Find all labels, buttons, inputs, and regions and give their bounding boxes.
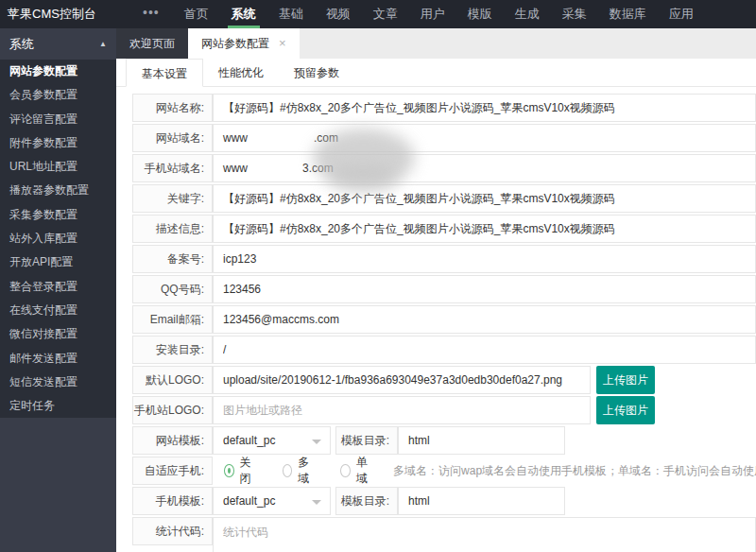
site-template-select[interactable]: default_pc — [213, 426, 331, 455]
adaptive-help-text: 多域名：访问wap域名会自动使用手机模板；单域名：手机访问会自动使用手机模板； — [393, 457, 756, 485]
default-logo-label: 默认LOGO: — [132, 366, 213, 394]
tab-site-config-label: 网站参数配置 — [201, 28, 269, 59]
subtab-basic-settings[interactable]: 基本设置 — [126, 59, 203, 87]
sidebar-item-external-store-config[interactable]: 站外入库配置 — [0, 227, 116, 250]
sidebar-item-attachment-config[interactable]: 附件参数配置 — [0, 131, 116, 155]
site-name-label: 网站名称: — [132, 94, 213, 122]
main-content: 基本设置 性能优化 预留参数 网站名称: 网站域名: www .com 手机站域… — [116, 59, 756, 552]
sidebar-item-collect-config[interactable]: 采集参数配置 — [0, 203, 116, 227]
radio-off-label: 关闭 — [240, 455, 256, 487]
wap-template-dir-input[interactable] — [398, 487, 565, 515]
wap-domain-suffix: 3.com — [302, 155, 334, 181]
qq-label: QQ号码: — [132, 275, 213, 303]
radio-option-multi-domain[interactable]: 多域 — [283, 455, 315, 487]
form-row-wap-template: 手机模板: default_pc 模板目录: — [132, 487, 756, 515]
radio-option-off[interactable]: 关闭 — [224, 455, 256, 487]
site-name-input[interactable] — [213, 94, 756, 122]
install-dir-input[interactable] — [213, 336, 756, 364]
site-template-dir-label: 模板目录: — [335, 426, 398, 455]
page-tabbar: 欢迎页面 网站参数配置 × — [116, 28, 756, 59]
keywords-label: 关键字: — [132, 184, 213, 213]
adaptive-mobile-label: 自适应手机: — [132, 457, 213, 485]
form-row-email: Email邮箱: — [132, 305, 756, 334]
sidebar-item-wechat-config[interactable]: 微信对接配置 — [0, 322, 116, 346]
default-logo-input[interactable] — [213, 366, 591, 394]
sidebar-item-oauth-config[interactable]: 整合登录配置 — [0, 275, 116, 299]
nav-item-user[interactable]: 用户 — [409, 0, 456, 28]
nav-item-collect[interactable]: 采集 — [551, 0, 598, 28]
sidebar-item-player-config[interactable]: 播放器参数配置 — [0, 179, 116, 202]
wap-logo-input[interactable] — [213, 396, 591, 424]
nav-item-template[interactable]: 模版 — [456, 0, 504, 28]
upload-logo-button[interactable]: 上传图片 — [596, 366, 655, 394]
stats-code-textarea[interactable] — [213, 517, 756, 552]
tab-welcome[interactable]: 欢迎页面 — [116, 28, 188, 59]
chevron-down-icon — [312, 500, 321, 505]
form-row-qq: QQ号码: — [132, 275, 756, 303]
sidebar-item-sms-config[interactable]: 短信发送配置 — [0, 371, 116, 394]
site-domain-prefix: www — [223, 125, 248, 151]
subtab-performance[interactable]: 性能优化 — [203, 59, 279, 86]
topbar: 苹果CMS控制台 ••• 首页 系统 基础 视频 文章 用户 模版 生成 采集 … — [0, 0, 756, 28]
wap-logo-label: 手机站LOGO: — [132, 396, 213, 424]
site-domain-suffix: .com — [314, 125, 338, 151]
wap-domain-input[interactable]: www 3.com — [213, 154, 756, 182]
form-row-install-dir: 安装目录: — [132, 336, 756, 364]
form-row-site-domain: 网站域名: www .com — [132, 124, 756, 152]
site-domain-label: 网站域名: — [132, 124, 213, 152]
site-template-dir-input[interactable] — [398, 426, 565, 455]
icp-input[interactable] — [213, 245, 756, 273]
chevron-down-icon — [312, 440, 321, 444]
description-input[interactable] — [213, 215, 756, 243]
description-label: 描述信息: — [132, 215, 213, 243]
site-template-value: default_pc — [223, 434, 275, 447]
wap-template-label: 手机模板: — [132, 487, 213, 515]
nav-item-home[interactable]: 首页 — [173, 0, 220, 28]
nav-item-database[interactable]: 数据库 — [598, 0, 658, 28]
icp-label: 备案号: — [132, 245, 213, 273]
nav-item-system[interactable]: 系统 — [220, 0, 267, 28]
radio-single-label: 单域 — [356, 455, 372, 487]
wap-domain-label: 手机站域名: — [132, 154, 213, 182]
subtab-reserved-params[interactable]: 预留参数 — [279, 59, 354, 86]
form-row-keywords: 关键字: — [132, 184, 756, 213]
tab-site-config[interactable]: 网站参数配置 × — [188, 28, 300, 59]
wap-template-select[interactable]: default_pc — [213, 487, 331, 515]
sidebar-item-site-config[interactable]: 网站参数配置 — [0, 60, 116, 83]
sidebar-item-cron-task[interactable]: 定时任务 — [0, 394, 116, 418]
adaptive-radio-group: 关闭 多域 单域 — [213, 457, 372, 485]
more-menu-icon[interactable]: ••• — [129, 0, 173, 28]
sidebar-item-mail-config[interactable]: 邮件发送配置 — [0, 347, 116, 371]
nav-item-generate[interactable]: 生成 — [504, 0, 551, 28]
keywords-input[interactable] — [213, 184, 756, 213]
nav-item-basic[interactable]: 基础 — [267, 0, 315, 28]
sidebar-item-open-api-config[interactable]: 开放API配置 — [0, 250, 116, 274]
site-template-label: 网站模板: — [132, 426, 213, 455]
upload-wap-logo-button[interactable]: 上传图片 — [596, 396, 655, 424]
collapse-up-icon: ▲ — [99, 28, 107, 60]
sidebar-group-system[interactable]: 系统 ▲ — [0, 28, 116, 60]
sidebar-menu: 网站参数配置 会员参数配置 评论留言配置 附件参数配置 URL地址配置 播放器参… — [0, 60, 116, 418]
wap-template-value: default_pc — [223, 494, 275, 508]
nav-item-video[interactable]: 视频 — [315, 0, 362, 28]
form-row-site-template: 网站模板: default_pc 模板目录: — [132, 426, 756, 455]
nav-item-app[interactable]: 应用 — [658, 0, 705, 28]
stats-code-label: 统计代码: — [132, 517, 213, 545]
radio-multi-label: 多域 — [298, 455, 314, 487]
email-input[interactable] — [213, 305, 756, 334]
sidebar-item-comment-config[interactable]: 评论留言配置 — [0, 108, 116, 131]
radio-checked-icon — [224, 464, 234, 477]
sidebar-item-url-config[interactable]: URL地址配置 — [0, 155, 116, 179]
site-domain-input[interactable]: www .com — [213, 124, 756, 152]
form-row-description: 描述信息: — [132, 215, 756, 243]
close-tab-icon[interactable]: × — [279, 28, 286, 59]
form-row-wap-logo: 手机站LOGO: 上传图片 — [132, 396, 756, 424]
nav-item-article[interactable]: 文章 — [362, 0, 409, 28]
settings-subtabs: 基本设置 性能优化 预留参数 — [116, 59, 756, 87]
form-row-wap-domain: 手机站域名: www 3.com — [132, 154, 756, 182]
sidebar: 系统 ▲ 网站参数配置 会员参数配置 评论留言配置 附件参数配置 URL地址配置… — [0, 28, 116, 552]
radio-option-single-domain[interactable]: 单域 — [340, 455, 372, 487]
qq-input[interactable] — [213, 275, 756, 303]
sidebar-item-member-config[interactable]: 会员参数配置 — [0, 83, 116, 107]
sidebar-item-payment-config[interactable]: 在线支付配置 — [0, 299, 116, 322]
